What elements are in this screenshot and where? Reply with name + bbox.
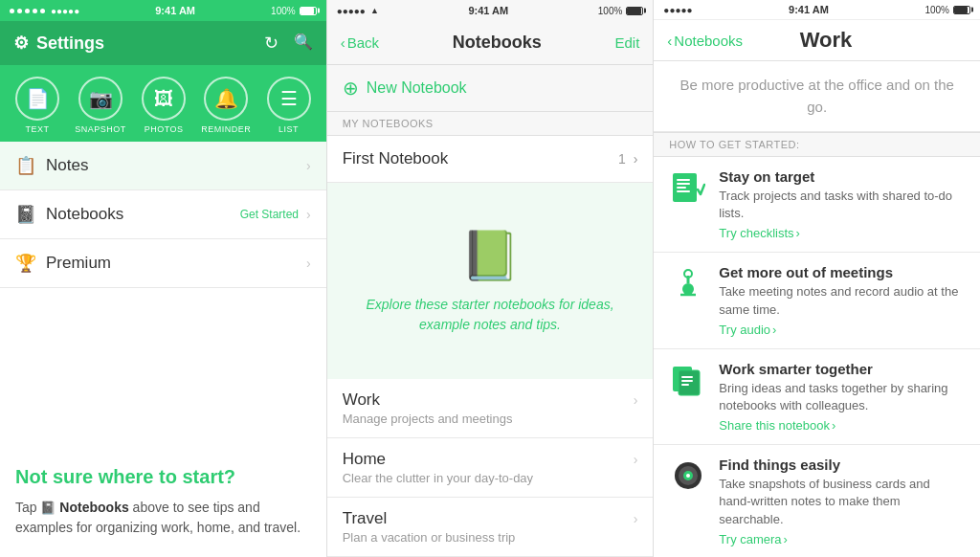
battery-fill-3 — [954, 7, 968, 13]
notes-menu-item[interactable]: 📋 Notes › — [0, 142, 326, 190]
status-right-1: 100% — [271, 6, 317, 16]
tips-list: Stay on target Track projects and tasks … — [654, 157, 980, 557]
tip-item-1[interactable]: Get more out of meetings Take meeting no… — [654, 253, 980, 348]
starter-travel-chevron: › — [634, 511, 638, 526]
promo-notebook-icon: 📓 — [40, 499, 56, 518]
tip-content-2: Work smarter together Bring ideas and ta… — [719, 361, 965, 433]
starter-travel-title: Travel — [343, 509, 388, 528]
starter-home-chevron: › — [634, 452, 638, 467]
tip-item-0[interactable]: Stay on target Track projects and tasks … — [654, 157, 980, 253]
tip-item-3[interactable]: Find things easily Take snapshots of bus… — [654, 445, 980, 557]
svg-rect-2 — [677, 183, 690, 185]
photos-icon-item[interactable]: 🖼 PHOTOS — [142, 77, 186, 134]
back-chevron-icon: ‹ — [341, 34, 345, 51]
carrier-text: ●●●●● — [51, 6, 79, 16]
notebook-chevron-first: › — [634, 151, 638, 167]
notebooks-back-button[interactable]: ‹ Back — [341, 34, 379, 51]
tip-icon-2 — [669, 361, 707, 399]
starter-home-sub: Clear the clutter in your day-to-day — [343, 471, 638, 485]
tip-link-icon-1: › — [772, 323, 776, 337]
tip-link-1[interactable]: Try audio › — [719, 323, 965, 337]
tip-desc-1: Take meeting notes and record audio at t… — [719, 283, 965, 318]
starter-home-header: Home › — [343, 450, 638, 469]
reminder-icon-item[interactable]: 🔔 REMINDER — [201, 77, 251, 134]
svg-rect-4 — [677, 190, 690, 192]
tip-link-0[interactable]: Try checklists › — [719, 226, 965, 240]
starter-work-item[interactable]: Work › Manage projects and meetings — [327, 379, 654, 438]
photos-icon-label: PHOTOS — [145, 124, 184, 134]
settings-header-icons: ↻ 🔍 — [264, 33, 313, 54]
signal-dot — [25, 9, 30, 13]
battery-percent-1: 100% — [271, 6, 296, 16]
premium-menu-label: Premium — [46, 254, 111, 273]
status-time-3: 9:41 AM — [789, 4, 829, 15]
carrier-3: ●●●●● — [663, 5, 692, 15]
text-icon-item[interactable]: 📄 TEXT — [15, 77, 59, 134]
starter-work-sub: Manage projects and meetings — [343, 412, 638, 426]
tip-title-3: Find things easily — [719, 457, 965, 473]
tip-icon-0 — [669, 168, 707, 207]
svg-rect-1 — [677, 179, 690, 181]
starter-notebooks-section: 📗 Explore these starter notebooks for id… — [327, 183, 654, 379]
promo-text: Tap 📓 Notebooks above to see tips and ex… — [15, 498, 311, 538]
starter-travel-header: Travel › — [343, 509, 638, 528]
starter-notebook-list: Work › Manage projects and meetings Home… — [327, 379, 654, 557]
refresh-icon[interactable]: ↻ — [264, 33, 278, 54]
tip-item-2[interactable]: Work smarter together Bring ideas and ta… — [654, 349, 980, 445]
svg-rect-10 — [679, 370, 700, 395]
status-right-3: 100% — [924, 5, 970, 15]
settings-panel: ●●●●● 9:41 AM 100% ⚙ Settings ↻ 🔍 📄 TEXT… — [0, 0, 326, 557]
notebooks-menu-item[interactable]: 📓 Notebooks Get Started › — [0, 190, 326, 239]
starter-travel-item[interactable]: Travel › Plan a vacation or business tri… — [327, 498, 654, 557]
tip-content-0: Stay on target Track projects and tasks … — [719, 168, 965, 240]
signal-dot — [10, 9, 14, 13]
tip-title-0: Stay on target — [719, 168, 965, 185]
starter-work-header: Work › — [343, 390, 638, 410]
back-label-3: Notebooks — [674, 33, 743, 49]
promo-bold: Notebooks — [59, 500, 128, 515]
notebook-name-first: First Notebook — [343, 149, 449, 168]
snapshot-icon-item[interactable]: 📷 SNAPSHOT — [75, 77, 126, 134]
notebooks-panel: ●●●●● ▲ 9:41 AM 100% ‹ Back Notebooks Ed… — [326, 0, 655, 557]
note-type-icons-row: 📄 TEXT 📷 SNAPSHOT 🖼 PHOTOS 🔔 REMINDER ☰ … — [0, 65, 326, 142]
tip-link-text-2: Share this notebook — [719, 418, 830, 433]
tip-desc-0: Track projects and tasks with shared to-… — [719, 188, 965, 222]
settings-menu: 📋 Notes › 📓 Notebooks Get Started › 🏆 Pr… — [0, 142, 326, 447]
list-icon-item[interactable]: ☰ LIST — [267, 77, 311, 134]
notebooks-title: Notebooks — [453, 33, 542, 53]
tip-link-3[interactable]: Try camera › — [719, 532, 965, 546]
work-back-button[interactable]: ‹ Notebooks — [667, 33, 743, 49]
status-time-2: 9:41 AM — [468, 5, 508, 16]
battery-fill-2 — [627, 8, 640, 14]
battery-percent-2: 100% — [598, 6, 623, 16]
svg-rect-3 — [677, 187, 686, 189]
status-left-1: ●●●●● — [10, 6, 79, 16]
battery-icon-3 — [953, 6, 970, 14]
starter-notebook-icon: 📗 — [460, 228, 520, 283]
status-right-2: 100% — [598, 6, 644, 16]
notebooks-edit-button[interactable]: Edit — [614, 34, 639, 51]
notes-menu-label: Notes — [46, 156, 88, 175]
new-notebook-button[interactable]: ⊕ New Notebook — [327, 65, 654, 112]
tip-icon-1 — [669, 264, 707, 302]
notebook-count-first: 1 — [618, 151, 626, 167]
notebook-item-first[interactable]: First Notebook 1 › — [327, 136, 654, 183]
tip-link-text-0: Try checklists — [719, 226, 793, 240]
tip-link-icon-0: › — [796, 226, 800, 240]
premium-menu-item[interactable]: 🏆 Premium › — [0, 239, 326, 288]
tip-link-icon-2: › — [832, 418, 835, 433]
status-time-1: 9:41 AM — [155, 5, 195, 16]
carrier-2: ●●●●● — [337, 6, 366, 16]
tip-title-2: Work smarter together — [719, 361, 965, 377]
list-icon-circle: ☰ — [267, 77, 311, 121]
work-title: Work — [800, 28, 853, 53]
notebook-right-first: 1 › — [618, 151, 637, 167]
snapshot-icon-circle: 📷 — [78, 77, 122, 121]
starter-home-item[interactable]: Home › Clear the clutter in your day-to-… — [327, 438, 654, 498]
work-tagline: Be more productive at the office and on … — [654, 61, 980, 132]
tip-link-2[interactable]: Share this notebook › — [719, 418, 965, 433]
reminder-icon-circle: 🔔 — [204, 77, 248, 121]
premium-chevron: › — [306, 256, 311, 271]
search-icon[interactable]: 🔍 — [294, 33, 313, 54]
svg-rect-11 — [681, 376, 693, 378]
